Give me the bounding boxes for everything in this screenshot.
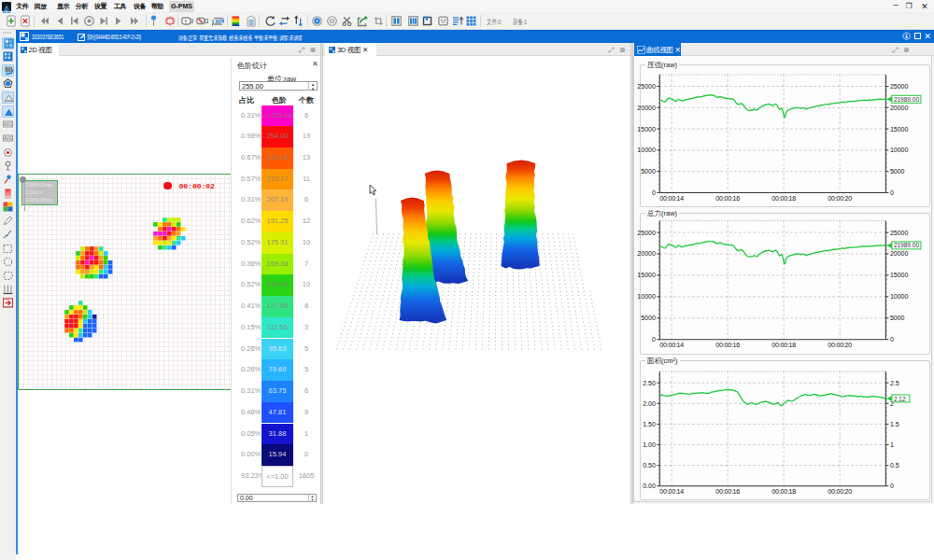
- svg-text:00:00:18: 00:00:18: [771, 195, 796, 202]
- svg-text:2.5: 2.5: [890, 380, 899, 386]
- svg-text:5000: 5000: [641, 315, 656, 321]
- svg-text:0.50: 0.50: [643, 462, 656, 469]
- svg-text:10000: 10000: [637, 147, 656, 153]
- svg-text:00:00:16: 00:00:16: [715, 488, 740, 495]
- svg-text:10000: 10000: [637, 293, 656, 300]
- svg-text:0: 0: [890, 336, 894, 343]
- svg-text:00:00:18: 00:00:18: [771, 488, 796, 495]
- svg-text:1.00: 1.00: [643, 441, 656, 448]
- svg-text:00:00:20: 00:00:20: [828, 342, 852, 348]
- svg-text:2.12: 2.12: [894, 396, 906, 402]
- svg-text:0.5: 0.5: [890, 462, 899, 469]
- svg-text:20000: 20000: [637, 250, 656, 257]
- svg-text:5000: 5000: [641, 168, 656, 175]
- svg-text:20000: 20000: [890, 250, 909, 257]
- svg-text:00:00:20: 00:00:20: [828, 195, 852, 202]
- svg-text:20000: 20000: [637, 105, 656, 111]
- svg-text:15000: 15000: [890, 272, 909, 278]
- svg-text:0: 0: [890, 483, 894, 489]
- svg-text:5000: 5000: [890, 168, 905, 175]
- svg-text:00:00:16: 00:00:16: [715, 195, 740, 202]
- svg-text:0: 0: [652, 336, 656, 343]
- svg-text:21989.00: 21989.00: [894, 242, 919, 248]
- svg-text:00:00:20: 00:00:20: [828, 488, 852, 495]
- svg-text:00:00:14: 00:00:14: [659, 342, 684, 348]
- svg-text:1.5: 1.5: [890, 421, 899, 427]
- svg-text:00:00:14: 00:00:14: [659, 488, 684, 495]
- svg-text:10000: 10000: [890, 293, 909, 300]
- svg-text:AVG: AVG: [3, 122, 12, 127]
- svg-text:25000: 25000: [890, 230, 909, 236]
- svg-text:00:00:14: 00:00:14: [659, 195, 684, 202]
- svg-text:15000: 15000: [637, 272, 656, 278]
- svg-text:0.00: 0.00: [643, 483, 656, 489]
- svg-text:20000: 20000: [890, 105, 909, 111]
- svg-text:25000: 25000: [637, 83, 656, 90]
- svg-text:MP4: MP4: [216, 19, 225, 24]
- svg-text:0: 0: [890, 189, 894, 196]
- svg-text:1.50: 1.50: [643, 421, 656, 427]
- svg-text:15000: 15000: [890, 126, 909, 133]
- svg-text:10000: 10000: [890, 147, 909, 153]
- svg-text:25000: 25000: [890, 83, 909, 90]
- svg-text:2.00: 2.00: [643, 400, 656, 407]
- svg-text:21989.00: 21989.00: [894, 96, 919, 103]
- svg-text:2.50: 2.50: [643, 380, 656, 386]
- svg-text:15000: 15000: [637, 126, 656, 133]
- svg-text:AVG: AVG: [3, 136, 12, 141]
- svg-text:00:00:16: 00:00:16: [715, 342, 740, 348]
- svg-text:1: 1: [890, 441, 894, 448]
- svg-text:0: 0: [652, 189, 656, 196]
- svg-text:00:00:18: 00:00:18: [771, 342, 796, 348]
- svg-text:5000: 5000: [890, 315, 905, 321]
- svg-text:25000: 25000: [637, 230, 656, 236]
